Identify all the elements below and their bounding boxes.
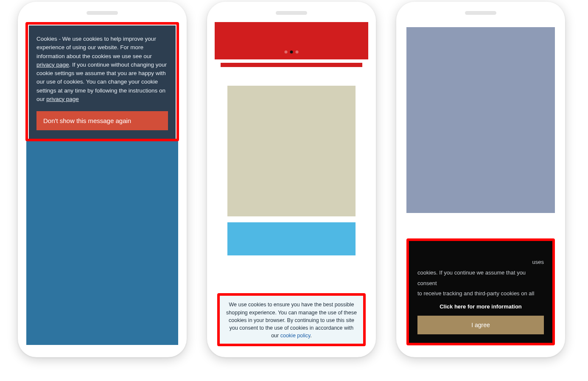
- content-block-blue: [227, 222, 356, 255]
- carousel-dots: [285, 50, 299, 53]
- phone-screen-3: uses cookies. If you continue we assume …: [404, 22, 557, 348]
- cookie-banner-highlight-2: We use cookies to ensure you have the be…: [215, 293, 368, 346]
- carousel-dot[interactable]: [285, 50, 288, 53]
- phone-row: Cookies - We use cookies to help improve…: [0, 0, 588, 357]
- cookie-banner-3: uses cookies. If you continue we assume …: [417, 257, 544, 334]
- carousel-dot-active[interactable]: [290, 50, 293, 53]
- cookie-banner-1: Cookies - We use cookies to help improve…: [29, 25, 176, 139]
- more-information-link[interactable]: Click here for more information: [417, 303, 544, 310]
- phone-screen-1: Cookies - We use cookies to help improve…: [25, 22, 179, 348]
- cookie-banner-text: uses cookies. If you continue we assume …: [417, 257, 544, 299]
- phone-screen-2: We use cookies to ensure you have the be…: [215, 22, 368, 348]
- header-accent-strip: [221, 63, 362, 67]
- privacy-page-link-2[interactable]: privacy page: [46, 96, 79, 102]
- carousel-dot[interactable]: [296, 50, 299, 53]
- content-block-beige: [227, 86, 356, 216]
- privacy-page-link-1[interactable]: privacy page: [36, 62, 69, 68]
- phone-speaker: [465, 11, 496, 15]
- dismiss-cookie-button[interactable]: Don't show this message again: [36, 111, 168, 130]
- phone-speaker: [276, 11, 307, 15]
- cookie-banner-highlight-3: uses cookies. If you continue we assume …: [406, 238, 555, 345]
- cookie-banner-2: We use cookies to ensure you have the be…: [220, 296, 363, 344]
- phone-speaker: [87, 11, 118, 15]
- cookie-banner-text: Cookies - We use cookies to help improve…: [36, 36, 167, 102]
- cookie-policy-link[interactable]: cookie policy: [280, 333, 311, 339]
- cookie-banner-text: We use cookies to ensure you have the be…: [226, 302, 357, 339]
- cookie-banner-highlight-1: Cookies - We use cookies to help improve…: [25, 22, 179, 141]
- phone-mockup-3: uses cookies. If you continue we assume …: [396, 2, 565, 357]
- page-hero-block-1: [26, 141, 178, 345]
- phone-mockup-2: We use cookies to ensure you have the be…: [207, 2, 376, 357]
- page-hero-block-3: [406, 27, 555, 213]
- phone-mockup-1: Cookies - We use cookies to help improve…: [18, 2, 187, 357]
- i-agree-button[interactable]: I agree: [417, 316, 544, 334]
- page-header-red: [215, 22, 368, 59]
